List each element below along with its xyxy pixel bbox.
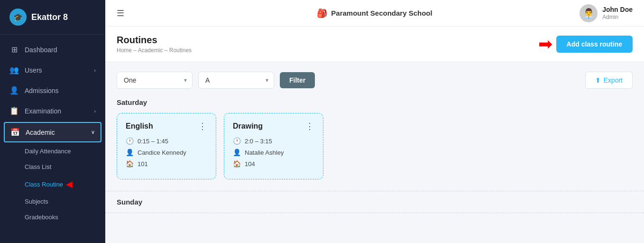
school-icon: 🎒: [317, 8, 327, 19]
export-button[interactable]: ⬆ Export: [585, 72, 633, 89]
card-header-english: English ⋮: [126, 121, 207, 131]
sunday-section: Sunday: [105, 198, 644, 206]
saturday-label: Saturday: [117, 98, 633, 106]
main-content: ☰ 🎒 Paramount Secondary School 👨‍💼 John …: [105, 0, 644, 243]
chevron-icon: ›: [94, 108, 96, 114]
sunday-label: Sunday: [117, 198, 633, 206]
sidebar-item-examination[interactable]: 📋 Examination ›: [0, 101, 105, 121]
sidebar-item-label: Academic: [26, 129, 55, 136]
user-name: John Doe: [602, 5, 633, 14]
saturday-divider: [105, 191, 644, 191]
home-icon: 🏠: [233, 160, 241, 168]
user-info: John Doe Admin: [602, 5, 633, 21]
menu-icon[interactable]: ☰: [117, 8, 124, 19]
card-dots-drawing[interactable]: ⋮: [305, 121, 314, 131]
filters-row: One Two Three A B C Filter ⬆ Export: [105, 62, 644, 98]
sidebar-item-gradebooks[interactable]: Gradebooks: [0, 209, 105, 225]
page-title: Routines: [117, 35, 192, 46]
room-number-english: 101: [138, 160, 148, 168]
active-arrow-icon: ◀: [66, 179, 73, 189]
red-arrow-icon: ➡: [538, 34, 552, 54]
sidebar-item-label: Dashboard: [25, 46, 57, 54]
brand-name: Ekattor 8: [31, 12, 68, 22]
sidebar-item-dashboard[interactable]: ⊞ Dashboard: [0, 39, 105, 60]
card-room-english: 🏠 101: [126, 160, 207, 168]
examination-icon: 📋: [9, 106, 19, 115]
topbar: ☰ 🎒 Paramount Secondary School 👨‍💼 John …: [105, 0, 644, 27]
sidebar-nav: ⊞ Dashboard 👥 Users › 👤 Admissions 📋 Exa…: [0, 35, 105, 243]
clock-icon: 🕐: [126, 137, 134, 145]
sidebar-item-admissions[interactable]: 👤 Admissions: [0, 80, 105, 101]
sidebar-item-class-list[interactable]: Class List: [0, 159, 105, 175]
export-icon: ⬆: [595, 76, 601, 84]
page-header: Routines Home – Academic – Routines ➡ Ad…: [105, 27, 644, 62]
sidebar-item-label: Admissions: [25, 87, 59, 94]
avatar: 👨‍💼: [580, 4, 598, 22]
person-icon: 👤: [233, 149, 241, 156]
section-select-wrap: A B C: [198, 72, 274, 89]
content-area: One Two Three A B C Filter ⬆ Export Satu…: [105, 62, 644, 243]
filter-button[interactable]: Filter: [280, 72, 315, 88]
time-value-english: 0:15 – 1:45: [138, 138, 168, 145]
sidebar: 🎓 Ekattor 8 ⊞ Dashboard 👥 Users › 👤 Admi…: [0, 0, 105, 243]
time-value-drawing: 2:0 – 3:15: [245, 138, 272, 145]
card-time-english: 🕐 0:15 – 1:45: [126, 137, 207, 145]
saturday-section: Saturday English ⋮ 🕐 0:15 – 1:45 👤 Candi…: [105, 98, 644, 187]
sidebar-item-label: Users: [25, 66, 42, 74]
breadcrumb: Home – Academic – Routines: [117, 47, 192, 54]
page-title-wrap: Routines Home – Academic – Routines: [117, 35, 192, 54]
class-select[interactable]: One Two Three: [117, 72, 193, 89]
card-room-drawing: 🏠 104: [233, 160, 314, 168]
brand[interactable]: 🎓 Ekattor 8: [0, 0, 105, 35]
chevron-icon: ›: [94, 67, 96, 73]
arrow-container: ➡ Add class routine: [538, 34, 633, 54]
sub-nav-academic: Daily Attendance Class List Class Routin…: [0, 143, 105, 225]
school-name-wrap: 🎒 Paramount Secondary School: [317, 8, 432, 19]
add-class-routine-button[interactable]: Add class routine: [556, 36, 633, 53]
dashboard-icon: ⊞: [9, 45, 19, 54]
sidebar-item-label: Examination: [25, 107, 61, 115]
user-role: Admin: [602, 14, 633, 21]
routine-card-drawing: Drawing ⋮ 🕐 2:0 – 3:15 👤 Natalie Ashley …: [224, 113, 323, 179]
sidebar-item-academic[interactable]: 📅 Academic ∨: [4, 122, 101, 142]
users-icon: 👥: [9, 65, 19, 75]
person-icon: 👤: [126, 149, 134, 156]
card-time-drawing: 🕐 2:0 – 3:15: [233, 137, 314, 145]
card-subject-english: English: [126, 122, 153, 131]
sidebar-item-users[interactable]: 👥 Users ›: [0, 60, 105, 80]
chevron-icon: ∨: [91, 129, 95, 135]
academic-icon: 📅: [10, 128, 20, 137]
saturday-cards: English ⋮ 🕐 0:15 – 1:45 👤 Candice Kenned…: [117, 113, 633, 179]
sunday-divider: [105, 213, 644, 213]
sidebar-item-class-routine[interactable]: Class Routine ◀: [0, 175, 105, 194]
clock-icon: 🕐: [233, 137, 241, 145]
admissions-icon: 👤: [9, 86, 19, 95]
room-number-drawing: 104: [245, 160, 255, 168]
teacher-name-english: Candice Kennedy: [138, 149, 186, 156]
brand-icon: 🎓: [9, 9, 27, 26]
card-dots-english[interactable]: ⋮: [198, 121, 207, 131]
sidebar-item-daily-attendance[interactable]: Daily Attendance: [0, 143, 105, 159]
routine-card-english: English ⋮ 🕐 0:15 – 1:45 👤 Candice Kenned…: [117, 113, 216, 179]
section-select[interactable]: A B C: [198, 72, 274, 89]
card-teacher-drawing: 👤 Natalie Ashley: [233, 149, 314, 156]
card-teacher-english: 👤 Candice Kennedy: [126, 149, 207, 156]
teacher-name-drawing: Natalie Ashley: [245, 149, 284, 156]
card-subject-drawing: Drawing: [233, 122, 263, 131]
school-name: Paramount Secondary School: [331, 9, 432, 17]
user-wrap: 👨‍💼 John Doe Admin: [580, 4, 633, 22]
class-select-wrap: One Two Three: [117, 72, 193, 89]
card-header-drawing: Drawing ⋮: [233, 121, 314, 131]
sidebar-item-subjects[interactable]: Subjects: [0, 194, 105, 209]
home-icon: 🏠: [126, 160, 134, 168]
